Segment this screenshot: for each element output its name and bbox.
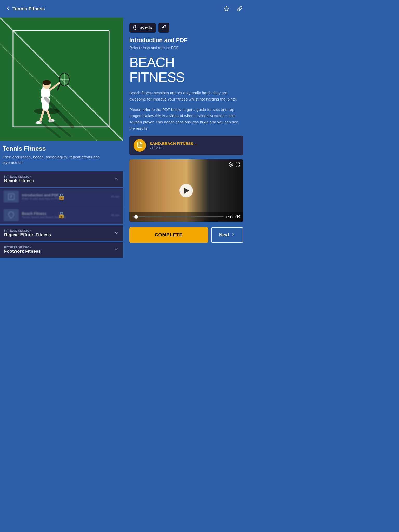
session-title-1: Beach Fitness <box>4 178 34 183</box>
hero-image <box>0 18 123 141</box>
svg-marker-35 <box>236 215 238 218</box>
header: Tennis Fitness <box>0 0 249 18</box>
duration-text: 45 min <box>140 26 152 30</box>
header-title: Tennis Fitness <box>12 6 45 12</box>
description-1: Beach fitness sessions are not only real… <box>129 90 243 102</box>
left-column: Tennis Fitness Train endurance, beach, s… <box>0 18 123 258</box>
item-duration-1: 45 min <box>111 195 119 198</box>
video-player[interactable]: 0:35 <box>129 159 243 222</box>
content-subtitle: Refer to sets and reps on PDF <box>129 46 243 50</box>
clock-icon <box>133 25 138 31</box>
svg-point-12 <box>43 80 51 85</box>
course-title: Tennis Fitness <box>3 145 121 152</box>
course-subtitle: Train endurance, beach, speed/agility, r… <box>3 154 121 165</box>
complete-button[interactable]: COMPLETE <box>129 227 208 243</box>
session-header-repeat-efforts[interactable]: Fitness Session Repeat Efforts Fitness <box>0 225 123 241</box>
right-column: 45 min Introduction and PDF Refer to set… <box>123 18 249 248</box>
svg-marker-0 <box>224 6 229 11</box>
chevron-right-icon <box>231 232 235 238</box>
content-title: Introduction and PDF <box>129 37 243 44</box>
link-badge-button[interactable] <box>158 23 169 33</box>
video-controls-bar: 0:35 <box>129 212 243 222</box>
session-label-1: Fitness Session <box>4 175 34 178</box>
play-button[interactable] <box>179 184 193 197</box>
description-2: Please refer to the PDF below to get a g… <box>129 107 243 131</box>
left-info: Tennis Fitness Train endurance, beach, s… <box>0 141 123 169</box>
chevron-down-icon-2 <box>114 230 119 237</box>
big-title-line1: BEACH <box>129 55 175 70</box>
session-item-thumb-2 <box>4 209 19 221</box>
document-icon <box>137 142 143 149</box>
session-title-2: Repeat Efforts Fitness <box>4 232 51 237</box>
file-name: SAND:BEACH FITNESS ... <box>150 141 198 146</box>
next-button[interactable]: Next <box>211 227 243 243</box>
favorite-button[interactable] <box>222 4 231 14</box>
share-button[interactable] <box>235 4 244 14</box>
back-arrow-icon <box>5 6 10 12</box>
file-icon-circle <box>134 139 146 152</box>
link-icon <box>162 25 166 31</box>
big-heading: BEACH FITNESS <box>129 55 243 85</box>
session-label-3: Fitness Session <box>4 246 41 249</box>
session-items-beach-fitness: Introduction and PDF Refer to sets and r… <box>0 188 123 224</box>
sessions-list: Fitness Session Beach Fitness <box>0 171 123 258</box>
progress-handle <box>134 215 138 219</box>
file-card[interactable]: SAND:BEACH FITNESS ... 710.2 KB <box>129 136 243 155</box>
back-button[interactable]: Tennis Fitness <box>5 6 45 12</box>
session-header-footwork[interactable]: Fitness Session Footwork Fitness <box>0 242 123 258</box>
duration-row: 45 min <box>129 23 243 33</box>
item-duration-2: 45 min <box>111 214 119 217</box>
header-actions <box>222 4 244 14</box>
volume-icon[interactable] <box>235 214 240 220</box>
session-item-intro[interactable]: Introduction and PDF Refer to sets and r… <box>0 188 123 206</box>
session-header-beach-fitness[interactable]: Fitness Session Beach Fitness <box>0 171 123 187</box>
session-item-thumb-1 <box>4 191 19 203</box>
action-row: COMPLETE Next <box>129 227 243 243</box>
progress-bar[interactable] <box>132 216 224 217</box>
file-size: 710.2 KB <box>150 146 198 150</box>
chevron-up-icon <box>114 176 119 183</box>
big-title-line2: FITNESS <box>129 70 185 85</box>
lock-icon-1: 🔒 <box>58 193 65 200</box>
session-title-3: Footwork Fitness <box>4 249 41 254</box>
lock-icon-2: 🔒 <box>58 211 65 219</box>
session-item-beach[interactable]: Beach Fitness Tennis Speed and Beach Ses… <box>0 206 123 224</box>
main-layout: Tennis Fitness Train endurance, beach, s… <box>0 18 249 258</box>
next-label: Next <box>219 232 229 238</box>
duration-badge: 45 min <box>129 23 156 33</box>
time-display: 0:35 <box>226 215 233 219</box>
session-label-2: Fitness Session <box>4 229 51 232</box>
chevron-down-icon-3 <box>114 247 119 253</box>
